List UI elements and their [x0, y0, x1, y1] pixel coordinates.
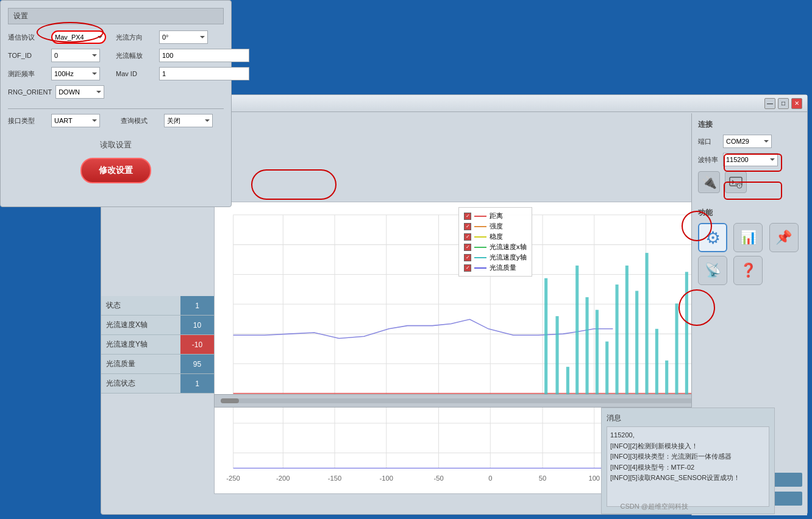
help-button[interactable]: ❓ [733, 256, 763, 285]
legend-item-stability: ✓ 稳度 [464, 232, 527, 241]
message-section: 消息 115200, [INFO][2]检测到新模块接入！ [INFO][3]模… [601, 408, 775, 514]
svg-rect-51 [625, 266, 629, 405]
settings-bottom-fields: 接口类型 UART 查询模式 关闭 [8, 114, 224, 132]
port-select[interactable]: COM29 [723, 135, 772, 148]
baud-label: 波特率 [698, 155, 719, 164]
settings-title: 设置 [8, 8, 224, 24]
measurement-freq-label: 测距频率 [8, 69, 48, 79]
status-row-quality: 光流质量 95 [101, 355, 214, 374]
connect-button[interactable]: 🔌 [698, 171, 720, 193]
svg-rect-57 [685, 272, 688, 404]
maximize-button[interactable]: □ [778, 98, 789, 109]
port-label: 端口 [698, 137, 719, 146]
status-panel: 状态 1 光流速度X轴 10 光流速度Y轴 -10 光流质量 95 光流状态 1 [101, 296, 214, 394]
baud-row: 波特率 115200 [698, 153, 801, 166]
comm-protocol-select[interactable]: Mav_PX4 [51, 30, 106, 44]
close-button[interactable]: ✕ [791, 98, 802, 109]
rng-orient-row: RNG_ORIENT DOWN [8, 85, 106, 99]
message-content[interactable]: 115200, [INFO][2]检测到新模块接入！ [INFO][3]模块类型… [607, 426, 769, 507]
svg-rect-54 [655, 329, 658, 405]
settings-panel: 设置 通信协议 Mav_PX4 TOF_ID 0 测距频率 [0, 0, 232, 207]
status-row-x: 光流速度X轴 10 [101, 316, 214, 335]
message-text: 115200, [INFO][2]检测到新模块接入！ [INFO][3]模块类型… [610, 430, 766, 484]
baud-select[interactable]: 115200 [723, 153, 778, 166]
optical-flow-dir-label: 光流方向 [116, 33, 155, 42]
pin-button[interactable]: 📌 [769, 223, 799, 252]
svg-text:100: 100 [588, 475, 600, 482]
chart-button[interactable]: 📊 [733, 223, 763, 252]
svg-rect-46 [575, 266, 579, 405]
mav-id-row: Mav ID [116, 67, 249, 80]
svg-text:-250: -250 [226, 475, 240, 482]
legend-item-intensity: ✓ 强度 [464, 222, 527, 231]
settings-divider [8, 108, 224, 109]
svg-rect-53 [645, 253, 648, 404]
modify-settings-button[interactable]: 修改设置 [80, 158, 151, 183]
read-settings-button[interactable]: 读取设置 [95, 137, 137, 153]
settings-action-area: 接口类型 UART 查询模式 关闭 读取设置 修改设置 [8, 114, 224, 188]
svg-text:-100: -100 [380, 475, 393, 482]
interface-type-label: 接口类型 [8, 116, 48, 125]
tof-id-select[interactable]: 0 [51, 49, 100, 62]
minimize-button[interactable]: — [764, 98, 775, 109]
svg-text:-200: -200 [276, 475, 290, 482]
comm-protocol-row: 通信协议 Mav_PX4 [8, 30, 106, 44]
svg-rect-50 [615, 284, 618, 404]
rng-orient-select[interactable]: DOWN [55, 85, 104, 99]
svg-rect-43 [544, 278, 547, 405]
message-title: 消息 [607, 413, 769, 423]
status-row-y: 光流速度Y轴 -10 [101, 335, 214, 355]
settings-terminal-button[interactable] [725, 171, 747, 193]
svg-text:-50: -50 [433, 475, 443, 482]
legend-item-distance: ✓ 距离 [464, 211, 527, 221]
legend-item-flow-x: ✓ 光流速度x轴 [464, 242, 527, 252]
mav-id-label: Mav ID [116, 70, 155, 77]
query-mode-select[interactable]: 关闭 [164, 114, 213, 127]
rng-orient-label: RNG_ORIENT [8, 88, 52, 96]
function-buttons-grid: ⚙ 📊 📌 📡 ❓ [698, 223, 801, 285]
svg-rect-56 [675, 303, 678, 404]
optical-flow-scale-row: 光流幅放 [116, 49, 249, 62]
legend-item-flow-y: ✓ 光流速度y轴 [464, 253, 527, 262]
status-row-state: 状态 1 [101, 296, 214, 316]
query-mode-label: 查询模式 [121, 116, 160, 125]
functions-title: 功能 [698, 208, 801, 218]
interface-type-select[interactable]: UART [51, 114, 100, 127]
optical-flow-scale-input[interactable] [159, 49, 249, 62]
settings-fields: 通信协议 Mav_PX4 TOF_ID 0 测距频率 100Hz [8, 30, 224, 104]
query-mode-row: 查询模式 关闭 [121, 114, 224, 127]
settings-left-col: 通信协议 Mav_PX4 TOF_ID 0 测距频率 100Hz [8, 30, 106, 104]
optical-flow-scale-label: 光流幅放 [116, 51, 155, 60]
optical-flow-dir-row: 光流方向 0° [116, 30, 249, 44]
svg-text:-150: -150 [328, 475, 341, 482]
settings-gear-button[interactable]: ⚙ [698, 223, 727, 252]
tof-id-label: TOF_ID [8, 52, 48, 59]
svg-text:50: 50 [539, 475, 546, 482]
svg-rect-44 [555, 316, 558, 404]
scrollbar-thumb[interactable] [221, 398, 239, 403]
svg-rect-48 [596, 310, 599, 405]
terminal-icon [728, 175, 743, 189]
measurement-freq-select[interactable]: 100Hz [51, 67, 100, 80]
tof-id-row: TOF_ID 0 [8, 49, 106, 62]
svg-text:0: 0 [488, 475, 492, 482]
status-row-flow-state: 光流状态 1 [101, 374, 214, 394]
antenna-button[interactable]: 📡 [698, 256, 727, 285]
interface-type-row: 接口类型 UART [8, 114, 111, 127]
mav-id-input[interactable] [159, 67, 249, 80]
scrollbar-area[interactable]: 500 [214, 394, 750, 408]
comm-protocol-label: 通信协议 [8, 33, 48, 42]
svg-rect-52 [635, 291, 638, 404]
connection-title: 连接 [698, 119, 801, 130]
svg-rect-47 [585, 297, 588, 405]
optical-flow-dir-select[interactable]: 0° [159, 30, 208, 44]
port-row: 端口 COM29 [698, 135, 801, 148]
legend-item-flow-quality: ✓ 光流质量 [464, 263, 527, 272]
measurement-freq-row: 测距频率 100Hz [8, 67, 106, 80]
connect-buttons-row: 🔌 [698, 171, 801, 193]
scrollbar-track[interactable] [221, 398, 722, 403]
watermark: CSDN @超维空间科技 [621, 502, 688, 511]
chart-legend: ✓ 距离 ✓ 强度 ✓ 稳度 ✓ [458, 207, 532, 277]
settings-right-col: 光流方向 0° 光流幅放 Mav ID [116, 30, 249, 104]
